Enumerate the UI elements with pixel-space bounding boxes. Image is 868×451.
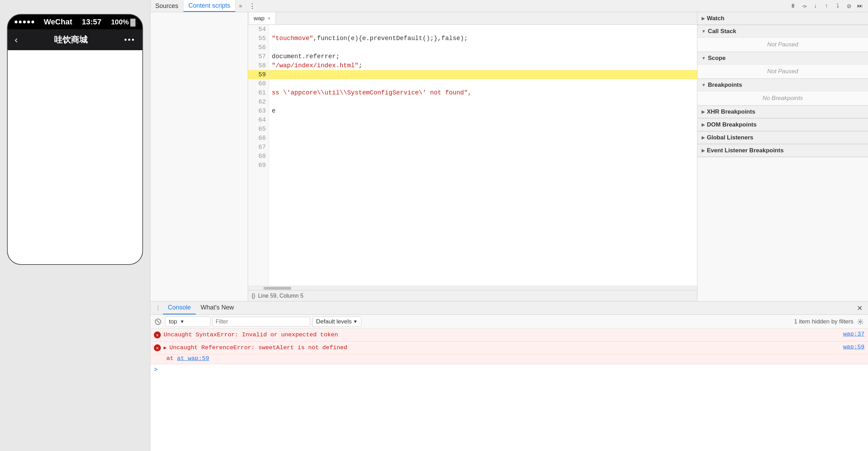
scope-header[interactable]: ▼ Scope: [697, 52, 868, 64]
svg-line-1: [157, 320, 159, 323]
global-listeners-label: Global Listeners: [707, 134, 753, 141]
more-options-button[interactable]: ⏭: [855, 1, 865, 10]
dom-breakpoints-header[interactable]: ▶ DOM Breakpoints: [697, 119, 868, 131]
phone-time: 13:57: [82, 17, 101, 26]
code-body[interactable]: 54 55 56 57 58 59 60 61 62 63 64 65 66 6…: [248, 25, 697, 286]
reference-error-text: Uncaught ReferenceError: sweetAlert is n…: [169, 344, 840, 352]
devtools-panel: Sources Content scripts » ⋮ ⏸ ⤼ ↓ ↑ ⤵ ⊘ …: [150, 0, 868, 451]
phone-battery: 100% ▓: [111, 18, 135, 26]
watch-label: Watch: [707, 15, 724, 22]
editor-tab-wap-label: wap: [254, 15, 264, 22]
phone-menu-button[interactable]: •••: [124, 35, 135, 44]
code-horizontal-scrollbar[interactable]: [248, 286, 697, 290]
call-stack-section: ▼ Call Stack Not Paused: [697, 25, 868, 52]
console-settings-button[interactable]: [855, 317, 865, 327]
reference-error-sub: at at wap:59: [150, 354, 868, 364]
code-line-60: [269, 79, 697, 88]
console-tab-whats-new[interactable]: What's New: [196, 301, 239, 314]
global-listeners-section: ▶ Global Listeners: [697, 131, 868, 144]
phone-signal: [15, 21, 34, 23]
breakpoints-section: ▼ Breakpoints No Breakpoints: [697, 79, 868, 106]
xhr-breakpoints-label: XHR Breakpoints: [707, 108, 755, 115]
console-error-reference: ✕ ▶ Uncaught ReferenceError: sweetAlert …: [150, 342, 868, 354]
cursor-position: Line 59, Column 5: [258, 293, 304, 299]
pause-button[interactable]: ⏸: [788, 1, 798, 10]
event-listener-breakpoints-header[interactable]: ▶ Event Listener Breakpoints: [697, 144, 868, 157]
context-selector-arrow: ▼: [180, 319, 185, 324]
code-line-63: e: [269, 106, 697, 115]
code-line-59: [269, 70, 697, 79]
code-line-62: [269, 97, 697, 106]
step-out-button[interactable]: ↑: [821, 1, 832, 10]
call-stack-label: Call Stack: [708, 28, 736, 35]
editor-tab-bar: wap ×: [248, 12, 697, 25]
scope-arrow-icon: ▼: [702, 56, 706, 61]
call-stack-content: Not Paused: [697, 38, 868, 52]
console-context-selector[interactable]: top ▼: [165, 316, 210, 327]
scope-content: Not Paused: [697, 64, 868, 78]
editor-tab-wap[interactable]: wap ×: [249, 12, 276, 24]
xhr-breakpoints-header[interactable]: ▶ XHR Breakpoints: [697, 106, 868, 118]
debugger-toolbar: ⏸ ⤼ ↓ ↑ ⤵ ⊘ ⏭: [788, 1, 868, 10]
step-into-button[interactable]: ↓: [810, 1, 821, 10]
tab-content-scripts[interactable]: Content scripts: [184, 0, 235, 12]
svg-point-2: [860, 321, 861, 322]
tab-menu-icon[interactable]: ⋮: [246, 2, 259, 10]
xhr-arrow-icon: ▶: [702, 109, 705, 114]
code-line-68: [269, 152, 697, 161]
reference-error-sub-link[interactable]: at wap:59: [177, 355, 209, 362]
code-line-69: [269, 161, 697, 170]
code-line-55: "touchmove",function(e){e.preventDefault…: [269, 34, 697, 43]
devtools-top-bar: Sources Content scripts » ⋮ ⏸ ⤼ ↓ ↑ ⤵ ⊘ …: [150, 0, 868, 12]
tab-sources[interactable]: Sources: [150, 0, 184, 12]
console-panel: ⋮ Console What's New ✕ top ▼: [150, 301, 868, 451]
tab-more-button[interactable]: »: [235, 3, 246, 9]
breakpoints-label: Breakpoints: [708, 82, 742, 89]
deactivate-breakpoints-button[interactable]: ⊘: [844, 1, 854, 10]
console-menu-icon[interactable]: ⋮: [153, 303, 163, 313]
breakpoints-header[interactable]: ▼ Breakpoints: [697, 79, 868, 91]
console-clear-button[interactable]: [153, 317, 163, 327]
console-input-row: >: [150, 364, 868, 375]
syntax-error-link[interactable]: wap:37: [843, 331, 865, 337]
scrollbar-thumb[interactable]: [263, 287, 291, 290]
console-toolbar: top ▼ Default levels ▼ 1 item hidden by …: [150, 315, 868, 329]
syntax-error-text: Uncaught SyntaxError: Invalid or unexpec…: [164, 331, 840, 339]
console-close-button[interactable]: ✕: [855, 303, 865, 313]
code-line-65: [269, 124, 697, 133]
code-editor: wap × 54 55 56 57 58 59 60 61 62 63: [248, 12, 697, 301]
scope-section: ▼ Scope Not Paused: [697, 52, 868, 79]
error-icon-1: ✕: [154, 331, 161, 338]
scope-label: Scope: [708, 55, 726, 62]
call-stack-not-paused: Not Paused: [767, 41, 798, 48]
console-error-syntax: ✕ Uncaught SyntaxError: Invalid or unexp…: [150, 329, 868, 342]
error-expand-button[interactable]: ▶: [164, 345, 166, 351]
levels-arrow-icon: ▼: [353, 319, 358, 324]
code-line-58: "/wap/index/index.html";: [269, 61, 697, 70]
dom-arrow-icon: ▶: [702, 122, 705, 127]
editor-tab-close-button[interactable]: ×: [267, 16, 271, 21]
call-stack-header[interactable]: ▼ Call Stack: [697, 25, 868, 38]
global-listeners-header[interactable]: ▶ Global Listeners: [697, 131, 868, 144]
code-line-61: ss \'appcore\\util\\SystemConfigService\…: [269, 88, 697, 97]
format-button[interactable]: {}: [252, 293, 255, 299]
console-tab-console[interactable]: Console: [163, 301, 196, 314]
code-line-66: [269, 133, 697, 143]
step-over-button[interactable]: ⤼: [799, 1, 809, 10]
step-button[interactable]: ⤵: [832, 1, 843, 10]
console-messages-area: ✕ Uncaught SyntaxError: Invalid or unexp…: [150, 329, 868, 451]
phone-simulator: WeChat 13:57 100% ▓ ‹ 哇饮商城 •••: [0, 0, 150, 451]
phone-content-area: [8, 50, 142, 264]
code-text[interactable]: "touchmove",function(e){e.preventDefault…: [269, 25, 697, 286]
code-line-57: document.referrer;: [269, 52, 697, 61]
reference-error-link[interactable]: wap:59: [843, 344, 865, 350]
event-listener-arrow-icon: ▶: [702, 148, 705, 153]
file-tree-panel: [150, 12, 248, 301]
dom-breakpoints-label: DOM Breakpoints: [707, 121, 757, 128]
console-levels-selector[interactable]: Default levels ▼: [312, 316, 361, 327]
phone-back-button[interactable]: ‹: [15, 35, 18, 45]
watch-section-header[interactable]: ▶ Watch: [697, 12, 868, 25]
event-listener-breakpoints-section: ▶ Event Listener Breakpoints: [697, 144, 868, 157]
phone-page-title: 哇饮商城: [54, 34, 88, 45]
console-filter-input[interactable]: [212, 317, 310, 327]
